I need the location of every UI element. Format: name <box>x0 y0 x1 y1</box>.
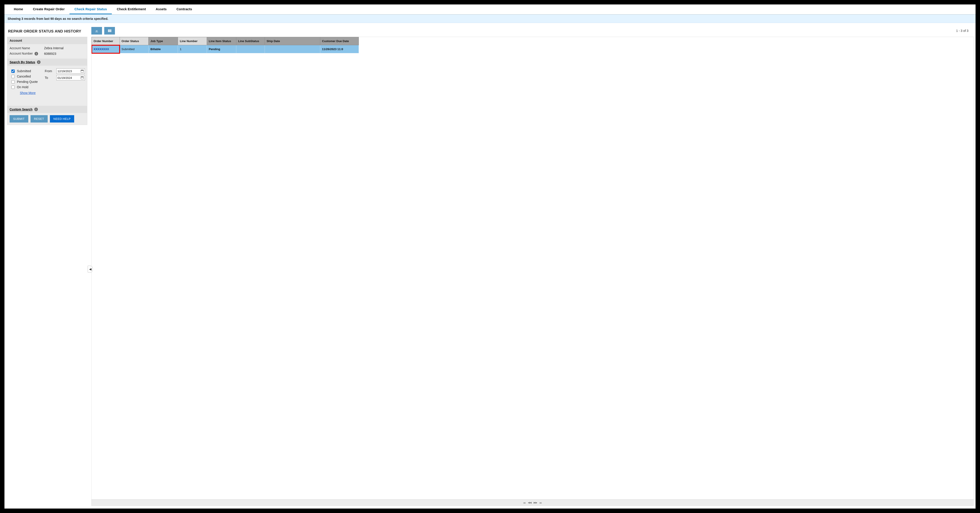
status-checkbox-label: On Hold <box>17 85 28 89</box>
grid-scroll[interactable]: Order NumberOrder StatusJob TypeLine Num… <box>92 37 974 499</box>
date-range-column: From To <box>45 69 85 105</box>
grid-col-customer-due-date[interactable]: Customer Due Date <box>320 37 359 45</box>
cell-order-number: XXXXXXXX <box>92 45 120 53</box>
need-help-button[interactable]: NEED HELP <box>50 115 74 123</box>
grid-col-line-item-status[interactable]: Line Item Status <box>207 37 236 45</box>
action-buttons: SUBMIT RESET NEED HELP <box>7 113 87 125</box>
custom-search-header: Custom Search i <box>7 106 87 113</box>
status-checklist: SubmittedCancelledPending QuoteOn HoldSh… <box>11 69 43 105</box>
results-grid: Order NumberOrder StatusJob TypeLine Num… <box>92 37 359 53</box>
download-button[interactable] <box>91 27 102 35</box>
results-top-row: 1 - 3 of 3 <box>91 25 974 37</box>
svg-rect-1 <box>109 29 110 32</box>
reset-button[interactable]: RESET <box>30 115 48 123</box>
status-checkbox-input[interactable] <box>11 70 15 73</box>
status-checkbox-on-hold[interactable]: On Hold <box>11 84 43 90</box>
table-row[interactable]: XXXXXXXXSubmittedBillable1Pending11/26/2… <box>92 45 359 53</box>
cell-line-number: 1 <box>178 45 207 53</box>
to-date-input[interactable] <box>56 75 85 80</box>
info-banner: Showing 3 records from last 90 days as n… <box>5 14 975 23</box>
grid-col-order-status[interactable]: Order Status <box>119 37 148 45</box>
svg-rect-2 <box>110 29 111 32</box>
grid-col-order-number[interactable]: Order Number <box>92 37 120 45</box>
results-column: 1 - 3 of 3 Order NumberOrder StatusJob T… <box>91 25 974 506</box>
main-area: REPAIR ORDER STATUS AND HISTORY Account … <box>5 23 975 508</box>
cell-customer-due-date: 11/26/2023 11:0 <box>320 45 359 53</box>
status-checkbox-label: Submitted <box>17 69 31 73</box>
search-by-status-label: Search By Status <box>10 61 35 64</box>
search-by-status-header: Search By Status i <box>7 59 87 66</box>
grid-col-ship-date[interactable]: Ship Date <box>265 37 320 45</box>
account-name-label: Account Name <box>10 46 44 50</box>
account-header: Account <box>7 37 87 44</box>
status-checkbox-cancelled[interactable]: Cancelled <box>11 74 43 79</box>
status-area: SubmittedCancelledPending QuoteOn HoldSh… <box>7 66 87 106</box>
from-date-label: From <box>45 69 54 73</box>
nav-tab-assets[interactable]: Assets <box>151 5 172 14</box>
nav-tab-contracts[interactable]: Contracts <box>172 5 197 14</box>
cell-ship-date <box>265 45 320 53</box>
columns-button[interactable] <box>104 27 115 35</box>
account-body: Account Name Zebra Internal Account Numb… <box>7 44 87 59</box>
grid-col-line-number[interactable]: Line Number <box>178 37 207 45</box>
page-prev-icon[interactable]: ◀◀ <box>528 501 531 504</box>
cell-job-type: Billable <box>148 45 178 53</box>
collapse-sidebar-toggle[interactable]: ◀ <box>88 266 93 272</box>
grid-body: XXXXXXXXSubmittedBillable1Pending11/26/2… <box>92 45 359 53</box>
info-icon[interactable]: i <box>37 61 41 64</box>
paginator: ⏮ ◀◀ ▶▶ ⏭ <box>92 499 974 506</box>
order-number-link[interactable]: XXXXXXXX <box>94 48 109 51</box>
status-checkbox-input[interactable] <box>11 80 15 83</box>
chevron-left-icon: ◀ <box>89 267 92 271</box>
status-checkbox-label: Cancelled <box>17 75 31 78</box>
grid-col-job-type[interactable]: Job Type <box>148 37 178 45</box>
cell-order-status: Submitted <box>119 45 148 53</box>
grid-wrap: Order NumberOrder StatusJob TypeLine Num… <box>91 37 974 506</box>
cell-line-substatus <box>236 45 265 53</box>
nav-tabs: HomeCreate Repair OrderCheck Repair Stat… <box>5 5 975 14</box>
page-first-icon[interactable]: ⏮ <box>523 502 526 504</box>
submit-button[interactable]: SUBMIT <box>10 115 28 123</box>
filter-sidebar: REPAIR ORDER STATUS AND HISTORY Account … <box>7 25 87 506</box>
status-checkbox-pending-quote[interactable]: Pending Quote <box>11 79 43 84</box>
custom-search-label: Custom Search <box>10 108 32 111</box>
from-date-input[interactable] <box>56 69 85 74</box>
account-number-label: Account Number i <box>10 52 44 56</box>
to-date-label: To <box>45 76 54 80</box>
page-next-icon[interactable]: ▶▶ <box>534 501 537 504</box>
nav-tab-create-repair-order[interactable]: Create Repair Order <box>28 5 70 14</box>
columns-icon <box>108 29 111 33</box>
svg-rect-0 <box>108 29 109 32</box>
status-checkbox-input[interactable] <box>11 86 15 89</box>
record-count: 1 - 3 of 3 <box>956 29 973 32</box>
status-checkbox-input[interactable] <box>11 75 15 78</box>
cell-line-item-status: Pending <box>207 45 236 53</box>
info-icon[interactable]: i <box>35 52 38 56</box>
status-checkbox-label: Pending Quote <box>17 80 38 83</box>
grid-header-row: Order NumberOrder StatusJob TypeLine Num… <box>92 37 359 45</box>
show-more-link[interactable]: Show More <box>20 91 43 95</box>
status-checkbox-submitted[interactable]: Submitted <box>11 69 43 74</box>
download-icon <box>95 29 99 33</box>
page-last-icon[interactable]: ⏭ <box>539 502 542 504</box>
nav-tab-check-repair-status[interactable]: Check Repair Status <box>70 5 112 14</box>
account-number-value: 6088923 <box>44 52 56 56</box>
filter-panel: Account Account Name Zebra Internal Acco… <box>7 37 87 125</box>
app-root: HomeCreate Repair OrderCheck Repair Stat… <box>5 5 975 508</box>
info-icon[interactable]: i <box>34 108 38 111</box>
nav-tab-home[interactable]: Home <box>9 5 28 14</box>
toolbar <box>91 27 115 35</box>
nav-tab-check-entitlement[interactable]: Check Entitlement <box>112 5 151 14</box>
page-title: REPAIR ORDER STATUS AND HISTORY <box>7 25 87 37</box>
grid-col-line-substatus[interactable]: Line SubStatus <box>236 37 265 45</box>
account-name-value: Zebra Internal <box>44 46 64 50</box>
account-number-label-text: Account Number <box>10 52 33 55</box>
